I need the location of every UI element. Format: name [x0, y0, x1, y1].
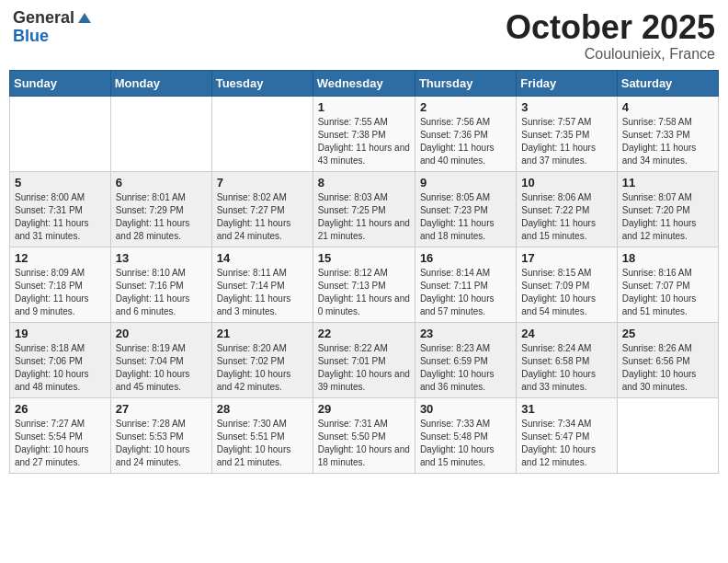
calendar-cell: 25Sunrise: 8:26 AMSunset: 6:56 PMDayligh… — [617, 322, 718, 397]
day-number: 25 — [622, 327, 713, 340]
calendar-cell: 17Sunrise: 8:15 AMSunset: 7:09 PMDayligh… — [517, 247, 617, 322]
title-section: October 2025 Coulounieix, France — [506, 9, 715, 63]
calendar-cell: 22Sunrise: 8:22 AMSunset: 7:01 PMDayligh… — [313, 322, 415, 397]
day-info: Sunrise: 8:14 AMSunset: 7:11 PMDaylight:… — [420, 267, 511, 318]
day-number: 10 — [521, 176, 611, 190]
day-info: Sunrise: 7:56 AMSunset: 7:36 PMDaylight:… — [420, 116, 511, 167]
column-header-saturday: Saturday — [617, 70, 718, 96]
calendar-cell: 2Sunrise: 7:56 AMSunset: 7:36 PMDaylight… — [415, 96, 516, 171]
day-info: Sunrise: 8:11 AMSunset: 7:14 PMDaylight:… — [217, 267, 308, 318]
calendar-cell: 31Sunrise: 7:34 AMSunset: 5:47 PMDayligh… — [517, 397, 617, 473]
day-info: Sunrise: 8:05 AMSunset: 7:23 PMDaylight:… — [420, 191, 511, 243]
calendar-cell: 23Sunrise: 8:23 AMSunset: 6:59 PMDayligh… — [415, 322, 516, 397]
calendar-cell: 21Sunrise: 8:20 AMSunset: 7:02 PMDayligh… — [211, 322, 313, 397]
calendar-cell: 6Sunrise: 8:01 AMSunset: 7:29 PMDaylight… — [110, 171, 211, 247]
day-info: Sunrise: 7:57 AMSunset: 7:35 PMDaylight:… — [521, 116, 611, 167]
calendar-cell: 12Sunrise: 8:09 AMSunset: 7:18 PMDayligh… — [10, 247, 111, 322]
day-number: 8 — [318, 176, 410, 190]
day-info: Sunrise: 7:27 AMSunset: 5:54 PMDaylight:… — [15, 418, 106, 469]
calendar-cell: 27Sunrise: 7:28 AMSunset: 5:53 PMDayligh… — [110, 397, 211, 473]
day-info: Sunrise: 8:03 AMSunset: 7:25 PMDaylight:… — [318, 191, 410, 243]
day-info: Sunrise: 8:15 AMSunset: 7:09 PMDaylight:… — [521, 267, 611, 318]
day-number: 13 — [116, 251, 207, 265]
calendar-week-row: 26Sunrise: 7:27 AMSunset: 5:54 PMDayligh… — [10, 397, 719, 473]
calendar-cell: 14Sunrise: 8:11 AMSunset: 7:14 PMDayligh… — [211, 247, 313, 322]
day-number: 31 — [521, 402, 611, 416]
day-number: 27 — [116, 402, 207, 416]
day-number: 28 — [217, 402, 308, 416]
day-number: 12 — [15, 251, 106, 265]
day-number: 17 — [521, 251, 611, 265]
calendar-cell: 1Sunrise: 7:55 AMSunset: 7:38 PMDaylight… — [313, 96, 415, 171]
day-number: 14 — [217, 251, 308, 265]
column-header-monday: Monday — [110, 70, 211, 96]
day-info: Sunrise: 7:58 AMSunset: 7:33 PMDaylight:… — [622, 116, 713, 167]
day-number: 16 — [420, 251, 511, 265]
logo-blue-text: Blue — [13, 28, 49, 46]
calendar-cell: 10Sunrise: 8:06 AMSunset: 7:22 PMDayligh… — [517, 171, 617, 247]
column-header-friday: Friday — [517, 70, 617, 96]
calendar-cell: 18Sunrise: 8:16 AMSunset: 7:07 PMDayligh… — [617, 247, 718, 322]
day-number: 22 — [318, 327, 410, 340]
column-header-thursday: Thursday — [415, 70, 516, 96]
calendar-cell: 30Sunrise: 7:33 AMSunset: 5:48 PMDayligh… — [415, 397, 516, 473]
day-number: 29 — [318, 402, 410, 416]
day-info: Sunrise: 8:00 AMSunset: 7:31 PMDaylight:… — [15, 191, 106, 243]
calendar-week-row: 12Sunrise: 8:09 AMSunset: 7:18 PMDayligh… — [10, 247, 719, 322]
day-info: Sunrise: 8:20 AMSunset: 7:02 PMDaylight:… — [217, 342, 308, 394]
calendar-cell: 5Sunrise: 8:00 AMSunset: 7:31 PMDaylight… — [10, 171, 111, 247]
calendar-cell: 20Sunrise: 8:19 AMSunset: 7:04 PMDayligh… — [110, 322, 211, 397]
day-info: Sunrise: 7:31 AMSunset: 5:50 PMDaylight:… — [318, 418, 410, 469]
day-info: Sunrise: 8:19 AMSunset: 7:04 PMDaylight:… — [116, 342, 207, 394]
day-info: Sunrise: 7:55 AMSunset: 7:38 PMDaylight:… — [318, 116, 410, 167]
calendar-cell: 9Sunrise: 8:05 AMSunset: 7:23 PMDaylight… — [415, 171, 516, 247]
calendar-table: SundayMondayTuesdayWednesdayThursdayFrid… — [9, 70, 719, 474]
calendar-cell: 24Sunrise: 8:24 AMSunset: 6:58 PMDayligh… — [517, 322, 617, 397]
day-number: 30 — [420, 402, 511, 416]
day-number: 7 — [217, 176, 308, 190]
day-info: Sunrise: 8:22 AMSunset: 7:01 PMDaylight:… — [318, 342, 410, 394]
day-number: 15 — [318, 251, 410, 265]
logo-icon — [76, 10, 93, 27]
calendar-cell: 7Sunrise: 8:02 AMSunset: 7:27 PMDaylight… — [211, 171, 313, 247]
calendar-cell — [10, 96, 111, 171]
svg-marker-0 — [78, 13, 91, 23]
day-number: 3 — [521, 100, 611, 114]
calendar-week-row: 5Sunrise: 8:00 AMSunset: 7:31 PMDaylight… — [10, 171, 719, 247]
day-number: 19 — [15, 327, 106, 340]
calendar-cell: 15Sunrise: 8:12 AMSunset: 7:13 PMDayligh… — [313, 247, 415, 322]
day-number: 23 — [420, 327, 511, 340]
day-number: 20 — [116, 327, 207, 340]
day-number: 26 — [15, 402, 106, 416]
day-number: 21 — [217, 327, 308, 340]
calendar-cell — [110, 96, 211, 171]
day-info: Sunrise: 8:12 AMSunset: 7:13 PMDaylight:… — [318, 267, 410, 318]
day-number: 6 — [116, 176, 207, 190]
day-number: 2 — [420, 100, 511, 114]
calendar-cell — [617, 397, 718, 473]
day-info: Sunrise: 8:09 AMSunset: 7:18 PMDaylight:… — [15, 267, 106, 318]
calendar-cell — [211, 96, 313, 171]
calendar-cell: 19Sunrise: 8:18 AMSunset: 7:06 PMDayligh… — [10, 322, 111, 397]
calendar-cell: 28Sunrise: 7:30 AMSunset: 5:51 PMDayligh… — [211, 397, 313, 473]
day-number: 4 — [622, 100, 713, 114]
day-info: Sunrise: 7:30 AMSunset: 5:51 PMDaylight:… — [217, 418, 308, 469]
logo: General Blue — [13, 9, 93, 46]
calendar-cell: 4Sunrise: 7:58 AMSunset: 7:33 PMDaylight… — [617, 96, 718, 171]
calendar-header-row: SundayMondayTuesdayWednesdayThursdayFrid… — [10, 70, 719, 96]
column-header-wednesday: Wednesday — [313, 70, 415, 96]
day-info: Sunrise: 8:10 AMSunset: 7:16 PMDaylight:… — [116, 267, 207, 318]
day-info: Sunrise: 8:23 AMSunset: 6:59 PMDaylight:… — [420, 342, 511, 394]
day-info: Sunrise: 7:33 AMSunset: 5:48 PMDaylight:… — [420, 418, 511, 469]
day-number: 11 — [622, 176, 713, 190]
day-number: 1 — [318, 100, 410, 114]
day-info: Sunrise: 8:06 AMSunset: 7:22 PMDaylight:… — [521, 191, 611, 243]
column-header-tuesday: Tuesday — [211, 70, 313, 96]
column-header-sunday: Sunday — [10, 70, 111, 96]
month-title: October 2025 — [506, 9, 715, 46]
day-info: Sunrise: 8:16 AMSunset: 7:07 PMDaylight:… — [622, 267, 713, 318]
day-number: 24 — [521, 327, 611, 340]
day-info: Sunrise: 8:07 AMSunset: 7:20 PMDaylight:… — [622, 191, 713, 243]
day-number: 9 — [420, 176, 511, 190]
day-info: Sunrise: 8:01 AMSunset: 7:29 PMDaylight:… — [116, 191, 207, 243]
